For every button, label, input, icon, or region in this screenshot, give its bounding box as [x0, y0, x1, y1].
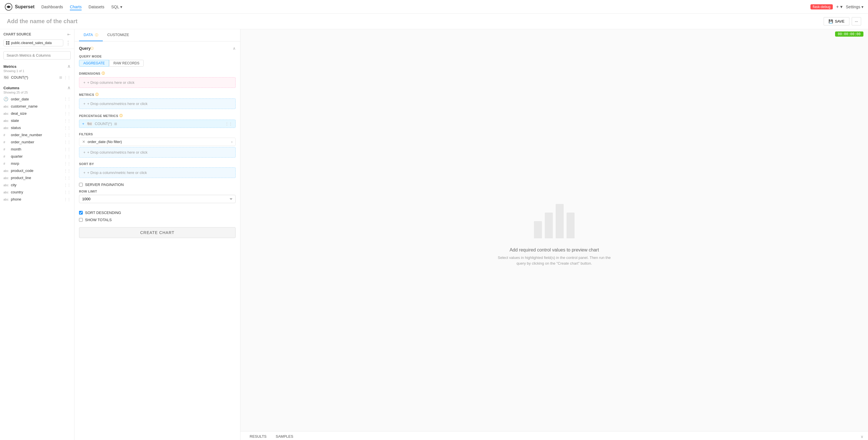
- filter-expand-icon[interactable]: ›: [231, 140, 232, 144]
- chart-source-row: public.cleaned_sales_data ⋮: [0, 38, 74, 49]
- metric-drag-handle[interactable]: ⋮⋮: [64, 75, 71, 79]
- filter-item[interactable]: ✕ order_date (No filter) ›: [79, 138, 236, 146]
- metric-item[interactable]: f(x) COUNT(*) ⊞ ⋮⋮: [0, 74, 74, 81]
- col-drag-handle[interactable]: ⋮⋮: [64, 140, 71, 144]
- chart-name-title[interactable]: Add the name of the chart: [7, 18, 78, 25]
- chart-bars: [534, 204, 575, 238]
- col-item[interactable]: 🕐 order_date ⋮⋮: [0, 95, 74, 103]
- settings-button[interactable]: Settings ▾: [846, 5, 863, 9]
- right-panel: 00:00:00:00 Add required control values …: [241, 29, 868, 440]
- source-more-button[interactable]: ⋮: [66, 40, 71, 46]
- col-item[interactable]: abc product_line ⋮⋮: [0, 174, 74, 181]
- plus-button[interactable]: + ▾: [836, 4, 842, 9]
- col-drag-handle[interactable]: ⋮⋮: [64, 147, 71, 151]
- aggregate-mode-button[interactable]: AGGREGATE: [79, 60, 109, 67]
- source-chip[interactable]: public.cleaned_sales_data: [3, 39, 63, 46]
- row-limit-label: ROW LIMIT: [79, 190, 236, 193]
- col-item[interactable]: abc state ⋮⋮: [0, 117, 74, 124]
- dimensions-plus-icon: +: [83, 80, 86, 85]
- save-label: SAVE: [835, 19, 844, 24]
- sort-by-drop-zone[interactable]: + + Drop a column/metric here or click: [79, 167, 236, 178]
- nav-dashboards[interactable]: Dashboards: [41, 3, 63, 10]
- col-item[interactable]: # quarter ⋮⋮: [0, 153, 74, 160]
- bar-4: [566, 212, 575, 238]
- metrics-drop-zone[interactable]: + + Drop columns/metrics here or click: [79, 98, 236, 109]
- middle-panel: DATA ⓘ CUSTOMIZE Query ⓘ ∧ QUERY MODE AG…: [74, 29, 241, 440]
- samples-tab[interactable]: SAMPLES: [271, 432, 298, 440]
- col-drag-handle[interactable]: ⋮⋮: [64, 162, 71, 166]
- metric-table-icon: ⊞: [59, 75, 62, 79]
- col-item[interactable]: abc product_code ⋮⋮: [0, 167, 74, 174]
- more-button[interactable]: ···: [852, 17, 861, 26]
- col-name: status: [11, 126, 62, 130]
- chart-source-label: Chart Source: [3, 32, 31, 36]
- col-item[interactable]: # order_line_number ⋮⋮: [0, 131, 74, 138]
- timer-bar: 00:00:00:00: [241, 29, 868, 39]
- col-drag-handle[interactable]: ⋮⋮: [64, 169, 71, 173]
- chart-source-header: Chart Source ⇤: [0, 29, 74, 38]
- page-header: Add the name of the chart 💾 SAVE ···: [0, 14, 868, 29]
- query-label: Query: [79, 46, 90, 50]
- col-item[interactable]: abc country ⋮⋮: [0, 189, 74, 196]
- save-button[interactable]: 💾 SAVE: [824, 17, 849, 26]
- col-drag-handle[interactable]: ⋮⋮: [64, 133, 71, 137]
- bottom-chevron-icon[interactable]: ∨: [861, 434, 863, 439]
- query-collapse-icon[interactable]: ∧: [233, 46, 236, 50]
- col-name: country: [11, 190, 62, 194]
- filters-label: FILTERS: [79, 132, 236, 136]
- col-drag-handle[interactable]: ⋮⋮: [64, 97, 71, 101]
- sort-descending-checkbox[interactable]: [79, 211, 83, 214]
- bar-1: [534, 221, 542, 238]
- results-tab[interactable]: RESULTS: [245, 432, 271, 440]
- col-item[interactable]: # month ⋮⋮: [0, 146, 74, 153]
- col-drag-handle[interactable]: ⋮⋮: [64, 155, 71, 159]
- columns-collapse-icon[interactable]: ∧: [67, 86, 71, 90]
- col-drag-handle[interactable]: ⋮⋮: [64, 119, 71, 123]
- col-item[interactable]: # msrp ⋮⋮: [0, 160, 74, 167]
- create-chart-button[interactable]: CREATE CHART: [79, 227, 236, 238]
- pct-metric-name: COUNT(*): [95, 122, 112, 126]
- columns-label: Columns: [3, 86, 20, 90]
- col-drag-handle[interactable]: ⋮⋮: [64, 197, 71, 201]
- metrics-count: Showing 1 of 1: [0, 69, 74, 74]
- col-type-icon: abc: [3, 105, 9, 108]
- dimensions-drop-zone[interactable]: + + Drop columns here or click: [79, 77, 236, 88]
- pct-drag-handle[interactable]: ⋮⋮: [225, 122, 232, 126]
- tab-customize[interactable]: CUSTOMIZE: [103, 29, 134, 41]
- collapse-source-button[interactable]: ⇤: [67, 32, 71, 37]
- col-drag-handle[interactable]: ⋮⋮: [64, 190, 71, 194]
- nav-sql[interactable]: SQL ▾: [111, 3, 122, 10]
- col-drag-handle[interactable]: ⋮⋮: [64, 183, 71, 187]
- col-item[interactable]: # order_number ⋮⋮: [0, 138, 74, 146]
- server-pagination-checkbox[interactable]: [79, 183, 83, 187]
- pct-metrics-filled-zone[interactable]: + f(x) COUNT(*) ⊞ ⋮⋮: [79, 120, 236, 128]
- col-item[interactable]: abc city ⋮⋮: [0, 181, 74, 189]
- col-item[interactable]: abc deal_size ⋮⋮: [0, 110, 74, 117]
- tab-data[interactable]: DATA ⓘ: [79, 29, 103, 41]
- pct-plus-icon: +: [82, 122, 85, 126]
- search-input[interactable]: [3, 51, 71, 60]
- filters-drop-zone[interactable]: + + Drop columns/metrics here or click: [79, 147, 236, 158]
- dimensions-section: DIMENSIONS ⓘ + + Drop columns here or cl…: [79, 71, 236, 88]
- nav-datasets[interactable]: Datasets: [89, 3, 104, 10]
- row-limit-select[interactable]: 1000 500 2000 5000: [79, 195, 236, 203]
- show-totals-checkbox[interactable]: [79, 218, 83, 222]
- panel-content: Query ⓘ ∧ QUERY MODE AGGREGATE RAW RECOR…: [74, 41, 240, 440]
- col-item[interactable]: abc status ⋮⋮: [0, 124, 74, 131]
- col-drag-handle[interactable]: ⋮⋮: [64, 104, 71, 108]
- col-name: msrp: [11, 161, 62, 166]
- col-item[interactable]: abc customer_name ⋮⋮: [0, 103, 74, 110]
- raw-records-mode-button[interactable]: RAW RECORDS: [109, 60, 144, 67]
- grid-icon: [6, 41, 9, 45]
- bar-3: [556, 204, 564, 238]
- col-drag-handle[interactable]: ⋮⋮: [64, 126, 71, 130]
- col-name: customer_name: [11, 104, 62, 108]
- metrics-collapse-icon[interactable]: ∧: [67, 64, 71, 69]
- col-drag-handle[interactable]: ⋮⋮: [64, 176, 71, 180]
- col-item[interactable]: abc phone ⋮⋮: [0, 196, 74, 203]
- col-drag-handle[interactable]: ⋮⋮: [64, 111, 71, 115]
- query-info-icon: ⓘ: [90, 46, 94, 50]
- func-badge: f(x): [3, 75, 9, 79]
- nav-charts[interactable]: Charts: [70, 3, 82, 10]
- filter-remove-icon[interactable]: ✕: [82, 140, 85, 144]
